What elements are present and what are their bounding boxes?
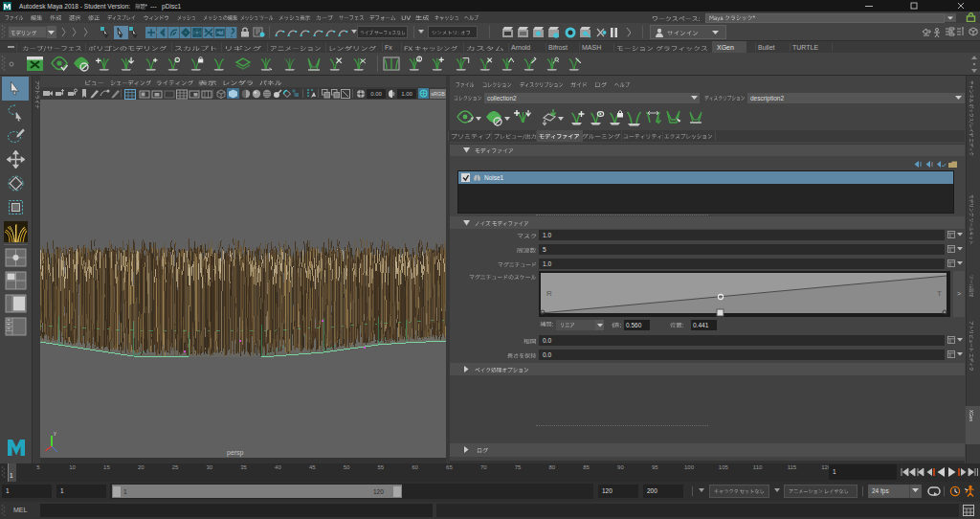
svg-text:T: T bbox=[937, 289, 942, 298]
svg-text:R: R bbox=[546, 289, 552, 298]
svg-text:y: y bbox=[54, 430, 56, 436]
